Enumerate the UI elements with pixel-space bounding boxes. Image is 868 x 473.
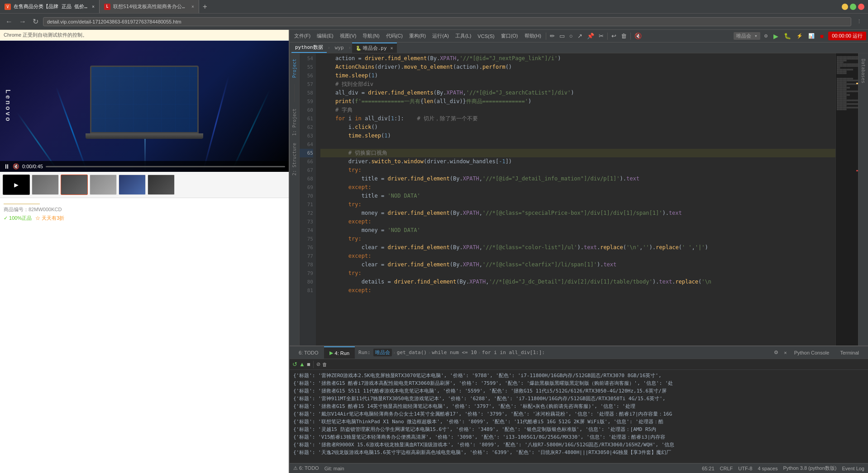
run-breadcrumb-file[interactable]: 唯品会 (373, 349, 392, 356)
minimap-mark-2 (856, 170, 858, 171)
code-line-69: except: (320, 183, 835, 192)
code-line-80: details = driver.find_element(By.XPATH,'… (320, 278, 835, 286)
play-pause-button[interactable]: ⏸ (4, 163, 10, 170)
right-sidebar-databases[interactable]: Databases (861, 57, 866, 85)
line-num-67: 67 (300, 166, 313, 175)
thumb-5[interactable] (148, 175, 175, 195)
mute-button[interactable]: 🔇 (13, 163, 19, 170)
window-close-button[interactable] (858, 4, 864, 10)
toolbar-run-config[interactable]: ⚙ (762, 33, 770, 39)
toolbar-circle-icon[interactable]: ○ (568, 32, 575, 40)
code-line-58: all_div = driver.find_elements(By.XPATH,… (320, 89, 835, 97)
line-num-61: 61 (300, 114, 313, 123)
bottom-tab-terminal[interactable]: Terminal (835, 346, 864, 359)
stop-run-button[interactable]: ■ (306, 360, 311, 369)
line-num-57: 57 (300, 80, 313, 89)
line-endings[interactable]: CRLF (720, 465, 733, 472)
code-line-72: money = driver.find_element(By.XPATH,'//… (320, 209, 835, 218)
toolbar-profile[interactable]: 📊 (806, 32, 816, 40)
close-panel-icon[interactable]: × (782, 349, 788, 356)
toolbar-volume-icon[interactable]: 🔇 (633, 32, 644, 40)
thumb-4[interactable] (119, 175, 146, 195)
scheme-selector[interactable]: 唯品会 ▾ (734, 32, 760, 40)
clear-output-button[interactable]: 🗑 (321, 361, 328, 368)
product-badges: ✓ 100%正品 ☆ 天天有3折 (4, 215, 285, 222)
line-num-69: 69 (300, 183, 313, 192)
bottom-tab-todo[interactable]: 6: TODO (293, 346, 324, 359)
refresh-button[interactable]: ↻ (31, 16, 40, 27)
thumb-3[interactable] (90, 175, 117, 195)
minimap-content: ████████████████████████████████ ███████… (836, 53, 858, 113)
menu-code[interactable]: 代码(C) (383, 30, 405, 42)
toolbar-play-green[interactable]: ▶ (772, 32, 780, 41)
menu-tools[interactable]: 工具(L) (453, 30, 474, 42)
sidebar-structure-label[interactable]: 1: Project (292, 107, 297, 137)
output-line-5: {'标题': '拯救者G15 酷睿15 14英寸独显高性能轻薄笔记本电脑', '… (293, 402, 864, 410)
thumb-2[interactable] (61, 175, 88, 195)
file-tab-close[interactable]: × (391, 46, 393, 51)
rerun-button[interactable]: ↺ (291, 360, 298, 369)
browser-tab-1[interactable]: V 在售商品分类【品牌 正品 低价】 × (0, 0, 100, 13)
minimize-button[interactable] (842, 4, 848, 10)
code-line-62: i.click() (320, 123, 835, 132)
browser-tab-2[interactable]: L 联想S14锐龙板高性能商务办公笔... × (100, 0, 199, 13)
toolbar-stop-red[interactable]: ■ (818, 32, 825, 41)
output-line-4: {'标题': '雷神911MT全新11代i7独显RTX3050电竞游戏笔记本',… (293, 395, 864, 402)
menu-run[interactable]: 运行(A) (429, 30, 452, 42)
menu-file[interactable]: 文件(F) (291, 30, 313, 42)
toolbar-pin-icon[interactable]: 📌 (585, 32, 596, 40)
light-beam-5 (231, 90, 271, 172)
toolbar-debug[interactable]: 🐛 (782, 32, 793, 40)
thumb-video-play[interactable] (3, 175, 30, 195)
menu-navigate[interactable]: 导航(N) (360, 30, 382, 42)
bottom-tab-run[interactable]: ▶ 4: Run (324, 346, 355, 359)
tab-wyp[interactable]: wyp (331, 43, 348, 53)
menu-refactor[interactable]: 重构(R) (406, 30, 429, 42)
run-up-button[interactable]: ▲ (298, 360, 306, 369)
tab1-close[interactable]: × (92, 4, 95, 9)
filter-button[interactable]: ⊘ (315, 360, 321, 368)
toolbar-redo-icon[interactable]: 🗑 (619, 32, 629, 40)
thumb-1[interactable] (32, 175, 59, 195)
event-log[interactable]: Event Log (842, 465, 864, 472)
menu-window[interactable]: 窗口(O) (498, 30, 521, 42)
menu-edit[interactable]: 编辑(E) (314, 30, 336, 42)
run-output-controls: ↺ ▲ ■ ⊘ 🗑 (290, 359, 868, 370)
python-version[interactable]: Python 3.8 (python数版) (783, 465, 836, 472)
video-time: 0:00/0:45 (22, 164, 43, 169)
tab-file-weipinhui[interactable]: 🐍 唯品会.py × (352, 43, 397, 53)
new-tab-button[interactable]: + (199, 2, 211, 11)
right-sidebar-strip: Databases (858, 53, 868, 345)
code-content-area[interactable]: action = driver.find_element(By.XPATH,'/… (320, 53, 835, 345)
settings-icon[interactable]: ⚙ (772, 349, 780, 356)
toolbar-rect-icon[interactable]: ▭ (558, 32, 567, 40)
toolbar-pencil-icon[interactable]: ✏ (548, 32, 557, 40)
cursor-position[interactable]: 65:21 (702, 465, 715, 472)
address-bar[interactable] (43, 17, 851, 26)
sidebar-project-label[interactable]: Project (292, 57, 297, 80)
toolbar-separator-3 (630, 33, 631, 40)
todo-count[interactable]: ⚠ 6: TODO (293, 465, 319, 471)
back-button[interactable]: ← (4, 17, 14, 27)
toolbar-scissors-icon[interactable]: ✂ (597, 32, 606, 40)
maximize-button[interactable] (850, 4, 856, 10)
tab2-close[interactable]: × (191, 4, 194, 9)
bottom-tab-python-console[interactable]: Python Console (789, 346, 835, 359)
output-line-2: {'标题': '拯救者G15 酷睿i7游戏本高配性能电竞RTX3060新品刷屏'… (293, 379, 864, 387)
toolbar-arrow-icon[interactable]: ↗ (576, 32, 584, 40)
code-line-74: money = 'NOD DATA' (320, 226, 835, 235)
file-encoding[interactable]: UTF-8 (738, 465, 752, 472)
automation-notice: Chrome 正受到自动测试软件的控制。 (0, 30, 289, 41)
code-line-75: try: (320, 235, 835, 243)
menu-help[interactable]: 帮助(H) (522, 30, 544, 42)
video-progress-bar[interactable] (46, 166, 285, 167)
menu-view[interactable]: 视图(V) (337, 30, 359, 42)
toolbar-undo-icon[interactable]: ↩ (610, 32, 618, 40)
indent-info[interactable]: 4 spaces (758, 465, 777, 472)
tab-python-data[interactable]: python数据 (291, 43, 327, 53)
menu-vcs[interactable]: VCS(S) (475, 30, 497, 42)
forward-button[interactable]: → (17, 17, 28, 27)
toolbar-coverage[interactable]: ⚡ (795, 32, 805, 40)
code-editor-wrapper: 54 55 56 57 58 59 60 61 62 63 64 65 (300, 53, 858, 345)
sidebar-2-label[interactable]: 2: Structure (292, 141, 297, 177)
